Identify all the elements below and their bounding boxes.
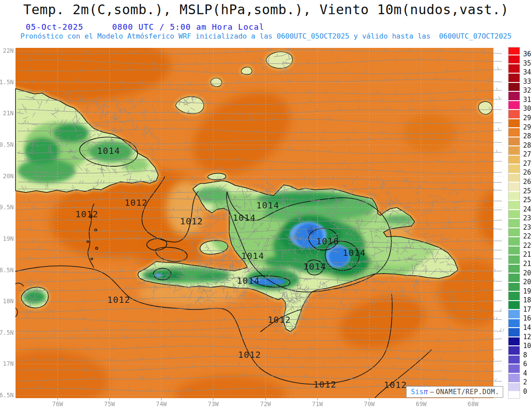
colorbar-tick-label: 34 — [523, 69, 531, 76]
colorbar-cell — [509, 173, 520, 182]
colorbar-tick-label: 14 — [523, 324, 531, 331]
lon-label: 71W — [312, 400, 323, 407]
isobar-label: 1012 — [313, 379, 336, 390]
temperature-colorbar — [508, 47, 520, 399]
colorbar-tick-label: 23.5 — [523, 215, 532, 222]
colorbar-cell — [509, 127, 520, 137]
isobar-label: 1014 — [241, 251, 264, 261]
colorbar-cell — [509, 300, 520, 309]
lat-label: 8.5N — [0, 266, 14, 274]
colorbar-tick-label: 20 — [523, 278, 531, 286]
colorbar-cell — [509, 182, 520, 191]
colorbar-tick-label: 12 — [523, 333, 531, 341]
isobar-label: 1014 — [237, 275, 260, 286]
colorbar-tick-label: 35 — [523, 60, 531, 67]
colorbar-cell — [509, 391, 520, 398]
isobar-label: 1016 — [316, 236, 339, 247]
colorbar-tick-label: 22.5 — [523, 233, 532, 240]
brand-pi-icon: π — [424, 388, 428, 396]
isobar-label: 1014 — [233, 212, 256, 223]
lat-label: 6.5N — [0, 391, 14, 399]
colorbar-cell — [509, 364, 520, 373]
lat-label: 18N — [3, 297, 14, 305]
colorbar-tick-label: 8 — [523, 352, 527, 359]
isobar-label: 1014 — [256, 200, 279, 211]
isobar-label: 1012 — [268, 314, 291, 325]
isobar-label: 1014 — [303, 261, 326, 272]
weather-map: 22N1.5N21N0.5N20N9.5N19N8.5N18N7.5N17N6.… — [0, 0, 532, 411]
colorbar-tick-label: 21 — [523, 260, 531, 267]
isobar-label: 1012 — [107, 294, 130, 305]
colorbar-cell — [509, 291, 520, 300]
isobar-label: 1014 — [343, 247, 366, 258]
colorbar-cell — [509, 137, 520, 146]
colorbar-cell — [509, 191, 520, 200]
colorbar-tick-label: 24 — [523, 206, 531, 213]
colorbar-cell — [509, 118, 520, 128]
lon-label: 75W — [104, 400, 115, 407]
colorbar-cell — [509, 209, 520, 219]
colorbar-cell — [509, 73, 520, 82]
colorbar-tick-label: 18 — [523, 297, 531, 304]
colorbar-cell — [509, 109, 520, 118]
brand-sispi: Sisπ — [411, 388, 428, 396]
colorbar-tick-label: 28.5 — [523, 133, 532, 140]
colorbar-cell — [509, 246, 520, 255]
lon-label: 69W — [416, 400, 427, 407]
colorbar-tick-label: 26 — [523, 178, 531, 185]
colorbar-tick-label: 29.7 — [523, 114, 532, 121]
colorbar-cell — [509, 218, 520, 227]
colorbar-tick-label: 21.5 — [523, 251, 532, 258]
colorbar-tick-label: 32 — [523, 87, 531, 94]
lon-label: 72W — [260, 400, 271, 407]
colorbar-tick-label: 17 — [523, 306, 531, 313]
colorbar-cell — [509, 337, 520, 346]
colorbar-tick-label: 33 — [523, 78, 531, 85]
lat-label: 17N — [3, 360, 14, 367]
watermark-org: ONAMET/REP.DOM. — [436, 388, 499, 396]
lat-label: 19N — [3, 235, 14, 242]
colorbar-cell — [509, 145, 520, 155]
isobar-label: 1014 — [97, 145, 120, 156]
colorbar-cell — [509, 318, 520, 328]
colorbar-cell — [509, 327, 520, 337]
watermark-separator: – — [428, 388, 436, 396]
colorbar-cell — [509, 355, 520, 364]
colorbar-tick-label: 26.5 — [523, 169, 532, 176]
isobar-label: 1012 — [125, 197, 148, 208]
isobar-label: 1012 — [180, 216, 203, 227]
colorbar-cell — [509, 345, 520, 355]
colorbar-tick-label: 30.7 — [523, 105, 532, 112]
colorbar-cell — [509, 382, 520, 391]
lon-label: 73W — [208, 400, 219, 407]
watermark: Sisπ–ONAMET/REP.DOM. — [406, 386, 503, 398]
colorbar-tick-label: 27 — [523, 160, 531, 167]
lon-label: 74W — [156, 400, 167, 407]
lat-label: 1.5N — [0, 78, 14, 86]
isobar-label: 1012 — [238, 349, 261, 360]
colorbar-tick-label: 4 — [523, 370, 527, 377]
colorbar-cell — [509, 82, 520, 91]
colorbar-cell — [509, 236, 520, 246]
colorbar-cell — [509, 273, 520, 282]
colorbar-tick-label: 22 — [523, 242, 531, 249]
colorbar-cell — [509, 200, 520, 209]
colorbar-cell — [509, 373, 520, 382]
colorbar-tick-label: 2 — [523, 379, 527, 386]
lat-label: 22N — [3, 47, 14, 54]
lon-label: 76W — [52, 400, 63, 407]
lon-label: 70W — [364, 400, 375, 407]
brand-sis: Sis — [411, 388, 424, 396]
isobar-label: 1012 — [384, 380, 407, 390]
colorbar-tick-label: 29 — [523, 124, 531, 131]
colorbar-tick-label: 6 — [523, 360, 527, 368]
lat-label: 9.5N — [0, 204, 14, 211]
forecast-map-page: Temp. 2m(C,somb.), MSLP(hPa,somb.), Vien… — [0, 0, 532, 411]
colorbar-tick-label: 28 — [523, 142, 531, 149]
lon-label: 68W — [468, 400, 479, 407]
colorbar-cell — [509, 227, 520, 237]
colorbar-tick-label: 10 — [523, 342, 531, 349]
lat-label: 0.5N — [0, 141, 14, 148]
lat-label: 20N — [3, 172, 14, 180]
colorbar-cell — [509, 63, 520, 73]
